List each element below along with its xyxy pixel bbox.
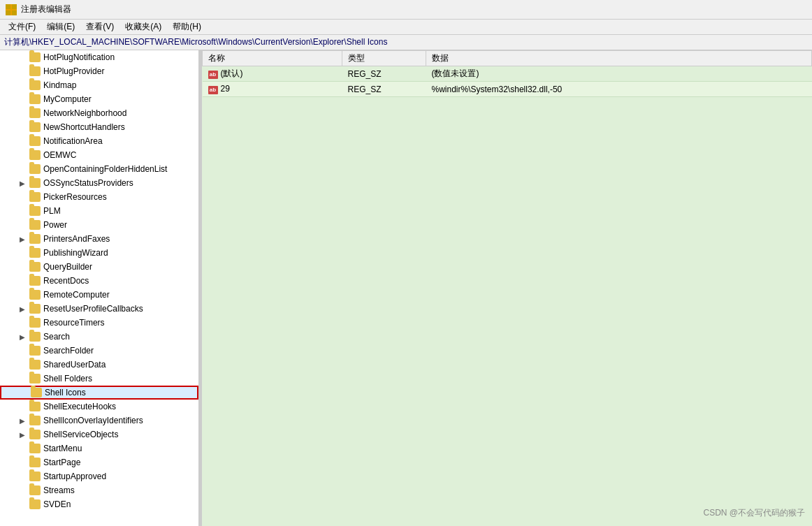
expand-icon-remote-computer[interactable] <box>17 289 28 300</box>
expand-icon-streams[interactable] <box>17 485 28 496</box>
expand-icon-power[interactable] <box>17 219 28 231</box>
expand-icon-hotplug-notification[interactable] <box>17 52 28 63</box>
tree-item-publishing-wizard[interactable]: PublishingWizard <box>0 246 198 260</box>
folder-icon-oemwc <box>29 150 41 160</box>
tree-label-open-containing-folder: OpenContainingFolderHiddenList <box>43 164 167 174</box>
cell-data-1: %windir%\System32\shell32.dll,-50 <box>426 82 812 97</box>
tree-item-network-neighborhood[interactable]: NetworkNeighborhood <box>0 106 198 120</box>
expand-icon-shell-folders[interactable] <box>17 373 28 384</box>
expand-icon-shell-execute-hooks[interactable] <box>17 401 28 412</box>
tree-item-printers-faxes[interactable]: ▶PrintersAndFaxes <box>0 232 198 246</box>
tree-item-kindmap[interactable]: Kindmap <box>0 78 198 92</box>
cell-name-1: ab29 <box>203 82 342 97</box>
tree-label-query-builder: QueryBuilder <box>43 262 92 272</box>
expand-icon-open-containing-folder[interactable] <box>17 163 28 175</box>
tree-item-streams[interactable]: Streams <box>0 483 198 497</box>
registry-table: 名称类型数据 ab(默认)REG_SZ(数值未设置)ab29REG_SZ%win… <box>202 50 812 97</box>
tree-item-start-page[interactable]: StartPage <box>0 455 198 469</box>
tree-item-shared-user-data[interactable]: SharedUserData <box>0 358 198 372</box>
tree-item-new-shortcut-handlers[interactable]: NewShortcutHandlers <box>0 120 198 134</box>
col-header-name[interactable]: 名称 <box>203 51 342 66</box>
tree-item-query-builder[interactable]: QueryBuilder <box>0 260 198 274</box>
tree-item-notification-area[interactable]: NotificationArea <box>0 134 198 148</box>
tree-item-start-menu[interactable]: StartMenu <box>0 441 198 455</box>
expand-icon-shared-user-data[interactable] <box>17 359 28 370</box>
cell-data-0: (数值未设置) <box>426 66 812 82</box>
expand-icon-query-builder[interactable] <box>17 261 28 272</box>
expand-icon-search-folder[interactable] <box>17 345 28 356</box>
expand-icon-resource-timers[interactable] <box>17 317 28 328</box>
tree-item-open-containing-folder[interactable]: OpenContainingFolderHiddenList <box>0 162 198 176</box>
folder-icon-recent-docs <box>29 276 41 286</box>
table-row[interactable]: ab29REG_SZ%windir%\System32\shell32.dll,… <box>203 82 812 97</box>
expand-icon-new-shortcut-handlers[interactable] <box>17 122 28 133</box>
expand-icon-picker-resources[interactable] <box>17 191 28 203</box>
tree-item-search-folder[interactable]: SearchFolder <box>0 344 198 358</box>
expand-icon-plm[interactable] <box>17 205 28 217</box>
menu-item-help[interactable]: 帮助(H) <box>167 20 207 34</box>
tree-item-hotplug-notification[interactable]: HotPlugNotification <box>0 50 198 64</box>
expand-icon-recent-docs[interactable] <box>17 275 28 286</box>
tree-item-shell-execute-hooks[interactable]: ShellExecuteHooks <box>0 400 198 414</box>
menu-item-edit[interactable]: 编辑(E) <box>41 20 80 34</box>
tree-item-shell-service-objects[interactable]: ▶ShellServiceObjects <box>0 428 198 441</box>
folder-icon-remote-computer <box>29 290 41 300</box>
expand-icon-start-menu[interactable] <box>17 443 28 454</box>
tree-item-recent-docs[interactable]: RecentDocs <box>0 274 198 288</box>
menu-item-view[interactable]: 查看(V) <box>80 20 119 34</box>
folder-icon-kindmap <box>29 80 41 90</box>
tree-item-power[interactable]: Power <box>0 218 198 232</box>
expand-icon-start-page[interactable] <box>17 457 28 468</box>
tree-label-shell-execute-hooks: ShellExecuteHooks <box>43 402 116 411</box>
tree-label-new-shortcut-handlers: NewShortcutHandlers <box>43 122 125 132</box>
tree-item-picker-resources[interactable]: PickerResources <box>0 190 198 204</box>
tree-item-mycomputer[interactable]: MyComputer <box>0 92 198 106</box>
tree-item-hotplug-provider[interactable]: HotPlugProvider <box>0 64 198 78</box>
folder-icon-shell-execute-hooks <box>29 402 41 411</box>
expand-icon-shell-icon-overlay[interactable]: ▶ <box>17 415 28 426</box>
expand-icon-reset-user-profile[interactable]: ▶ <box>17 303 28 314</box>
tree-item-plm[interactable]: PLM <box>0 204 198 218</box>
watermark: CSDN @不会写代码的猴子 <box>703 507 805 519</box>
expand-icon-kindmap[interactable] <box>17 80 28 91</box>
expand-icon-svden[interactable] <box>17 499 28 510</box>
tree-item-os-sync-status[interactable]: ▶OSSyncStatusProviders <box>0 176 198 190</box>
expand-icon-oemwc[interactable] <box>17 149 28 161</box>
menu-item-favorites[interactable]: 收藏夹(A) <box>119 20 167 34</box>
tree-label-startup-approved: StartupApproved <box>43 472 106 481</box>
expand-icon-notification-area[interactable] <box>17 136 28 147</box>
tree-item-shell-icon-overlay[interactable]: ▶ShellIconOverlayIdentifiers <box>0 414 198 428</box>
tree-label-network-neighborhood: NetworkNeighborhood <box>43 108 126 118</box>
tree-item-resource-timers[interactable]: ResourceTimers <box>0 316 198 330</box>
folder-icon-startup-approved <box>29 472 41 481</box>
col-header-type[interactable]: 类型 <box>342 51 426 66</box>
tree-item-oemwc[interactable]: OEMWC <box>0 148 198 162</box>
expand-icon-search[interactable]: ▶ <box>17 331 28 342</box>
expand-icon-hotplug-provider[interactable] <box>17 66 28 77</box>
cell-type-0: REG_SZ <box>342 66 426 82</box>
expand-icon-publishing-wizard[interactable] <box>17 247 28 258</box>
tree-label-hotplug-notification: HotPlugNotification <box>43 52 115 62</box>
folder-icon-picker-resources <box>29 192 41 202</box>
expand-icon-startup-approved[interactable] <box>17 471 28 482</box>
expand-icon-mycomputer[interactable] <box>17 94 28 105</box>
folder-icon-shell-icon-overlay <box>29 416 41 425</box>
tree-label-os-sync-status: OSSyncStatusProviders <box>43 178 133 188</box>
tree-item-search[interactable]: ▶Search <box>0 330 198 344</box>
tree-item-shell-icons[interactable]: Shell Icons <box>0 386 198 400</box>
menu-bar: 文件(F)编辑(E)查看(V)收藏夹(A)帮助(H) <box>0 20 812 35</box>
tree-panel[interactable]: HotPlugNotificationHotPlugProviderKindma… <box>0 50 199 526</box>
expand-icon-network-neighborhood[interactable] <box>17 108 28 119</box>
tree-item-reset-user-profile[interactable]: ▶ResetUserProfileCallbacks <box>0 302 198 316</box>
expand-icon-shell-service-objects[interactable]: ▶ <box>17 429 28 440</box>
expand-icon-printers-faxes[interactable]: ▶ <box>17 233 28 244</box>
menu-item-file[interactable]: 文件(F) <box>3 20 41 34</box>
tree-item-startup-approved[interactable]: StartupApproved <box>0 469 198 483</box>
tree-item-shell-folders[interactable]: Shell Folders <box>0 372 198 386</box>
table-row[interactable]: ab(默认)REG_SZ(数值未设置) <box>203 66 812 82</box>
expand-icon-shell-icons[interactable] <box>18 387 29 398</box>
col-header-data[interactable]: 数据 <box>426 51 812 66</box>
tree-item-remote-computer[interactable]: RemoteComputer <box>0 288 198 302</box>
tree-item-svden[interactable]: SVDEn <box>0 497 198 511</box>
expand-icon-os-sync-status[interactable]: ▶ <box>17 177 28 189</box>
